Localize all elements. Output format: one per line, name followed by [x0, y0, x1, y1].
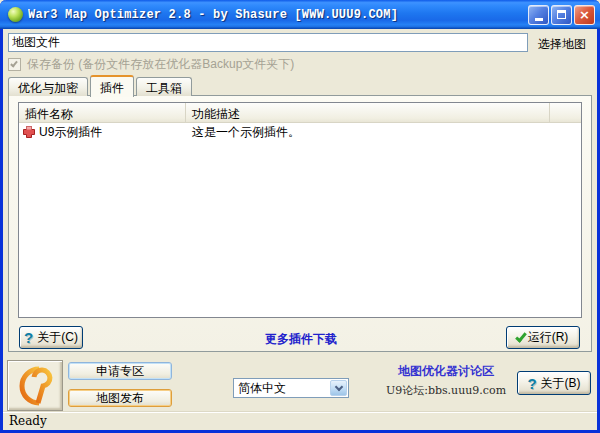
plugin-list-header: 插件名称 功能描述 — [19, 103, 581, 123]
minimize-button[interactable] — [528, 5, 549, 25]
column-header-description[interactable]: 功能描述 — [186, 103, 550, 122]
close-icon: × — [579, 8, 590, 21]
apply-zone-button[interactable]: 申请专区 — [68, 362, 172, 380]
client-area: 选择地图 保存备份 (备份文件存放在优化器Backup文件夹下) 优化与加密 插… — [3, 29, 597, 430]
dropdown-button[interactable] — [330, 380, 347, 396]
backup-checkbox-label: 保存备份 (备份文件存放在优化器Backup文件夹下) — [27, 56, 294, 73]
about-label: 关于(B) — [541, 375, 581, 392]
maximize-icon — [557, 10, 566, 19]
checkmark-icon — [10, 60, 18, 68]
language-value: 简体中文 — [234, 380, 330, 397]
u9-logo-icon — [13, 364, 57, 408]
window-title: War3 Map Optimizer 2.8 - by Shasure [WWW… — [28, 8, 528, 22]
apply-zone-label: 申请专区 — [96, 363, 144, 380]
status-bar: Ready — [3, 411, 597, 430]
plugins-tab-panel: 插件名称 功能描述 U9示例插件 这是一个示例插件。 ? — [8, 95, 592, 352]
status-text: Ready — [9, 414, 47, 428]
close-button[interactable]: × — [574, 5, 595, 25]
tab-optimize-encrypt[interactable]: 优化与加密 — [8, 77, 88, 96]
language-select[interactable]: 简体中文 — [233, 378, 349, 398]
forum-links: 地图优化器讨论区 U9论坛:bbs.uuu9.com — [381, 363, 511, 398]
column-header-plugin-name[interactable]: 插件名称 — [19, 103, 186, 122]
question-icon: ? — [527, 376, 536, 391]
u9-logo-button[interactable] — [7, 360, 63, 411]
minimize-icon — [535, 18, 543, 21]
backup-checkbox[interactable] — [8, 58, 21, 71]
plugin-name: U9示例插件 — [39, 124, 102, 141]
run-label: 运行(R) — [528, 329, 569, 346]
forum-link[interactable]: 地图优化器讨论区 — [381, 363, 511, 380]
select-map-link[interactable]: 选择地图 — [538, 36, 594, 53]
chevron-down-icon — [334, 382, 342, 390]
plugin-description: 这是一个示例插件。 — [186, 124, 550, 141]
tab-toolbox[interactable]: 工具箱 — [136, 77, 192, 96]
column-header-empty — [550, 103, 581, 122]
app-icon — [8, 7, 23, 22]
map-publish-label: 地图发布 — [96, 390, 144, 407]
forum-address: U9论坛:bbs.uuu9.com — [381, 383, 511, 398]
window-controls: × — [528, 5, 595, 25]
run-button[interactable]: 运行(R) — [506, 326, 580, 349]
map-publish-button[interactable]: 地图发布 — [68, 389, 172, 407]
plugin-list-row[interactable]: U9示例插件 这是一个示例插件。 — [19, 123, 581, 141]
title-bar: War3 Map Optimizer 2.8 - by Shasure [WWW… — [0, 0, 600, 29]
backup-checkbox-row: 保存备份 (备份文件存放在优化器Backup文件夹下) — [8, 56, 294, 73]
map-file-input[interactable] — [8, 33, 528, 52]
red-plus-plugin-icon — [22, 125, 36, 139]
plugin-list[interactable]: 插件名称 功能描述 U9示例插件 这是一个示例插件。 — [18, 102, 582, 318]
about-button[interactable]: ? 关于(B) — [517, 371, 591, 395]
tab-plugins[interactable]: 插件 — [90, 75, 134, 97]
tab-strip: 优化与加密 插件 工具箱 — [8, 74, 194, 96]
app-window: War3 Map Optimizer 2.8 - by Shasure [WWW… — [0, 0, 600, 433]
maximize-button[interactable] — [551, 5, 572, 25]
check-icon — [515, 330, 527, 342]
